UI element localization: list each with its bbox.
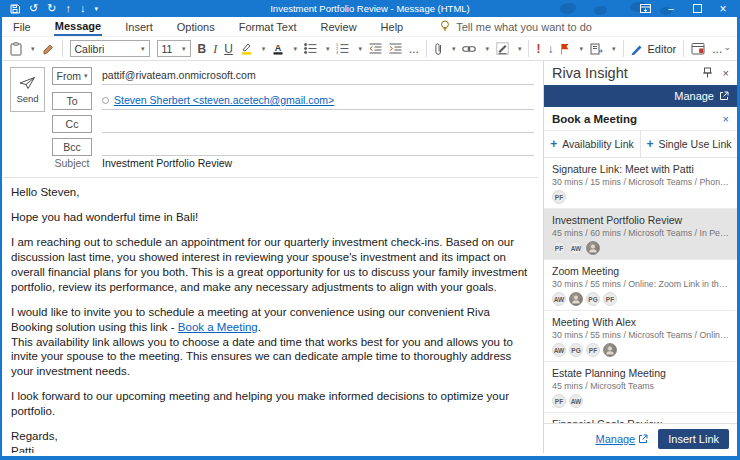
format-painter-icon[interactable] (42, 40, 55, 58)
undo-icon[interactable]: ↺ (29, 3, 38, 15)
panel-header: Riva Insight × (544, 61, 737, 85)
bcc-field[interactable] (102, 138, 534, 156)
font-color-button[interactable]: A (272, 40, 284, 58)
avatar-initials: AW (569, 241, 583, 255)
tab-file[interactable]: File (12, 18, 32, 35)
meeting-title: Estate Planning Meeting (552, 367, 729, 379)
presence-icon (102, 97, 109, 104)
paste-button[interactable] (10, 40, 22, 58)
italic-button[interactable]: I (213, 40, 217, 58)
from-field[interactable]: pattif@rivateam.onmicrosoft.com (102, 67, 534, 85)
meeting-list-item[interactable]: Investment Portfolio Review 45 mins / 60… (544, 209, 737, 260)
ribbon-more-icon[interactable]: ... (712, 40, 722, 58)
to-field[interactable]: Steven Sherbert <steven.acetech@gmail.co… (102, 92, 534, 110)
manage-top-link[interactable]: Manage (674, 90, 714, 102)
ribbon-display-options-icon[interactable] (632, 0, 658, 17)
collapse-ribbon-icon[interactable]: ⌄ (723, 42, 731, 52)
tell-me-box[interactable]: Tell me what you want to do (440, 20, 592, 34)
decrease-indent-icon[interactable] (369, 40, 382, 58)
follow-up-flag-icon[interactable] (560, 40, 570, 58)
single-use-link-button[interactable]: + Single Use Link (640, 131, 737, 157)
low-importance-icon[interactable]: ↓ (547, 40, 553, 58)
avatar-initials: PG (569, 343, 583, 357)
bullet-list-dropdown-icon[interactable]: ▾ (326, 45, 330, 53)
font-size-select[interactable]: 11▾ (157, 40, 191, 57)
body-greeting: Hello Steven, (11, 185, 529, 200)
meeting-list-item[interactable]: Signature Link: Meet with Patti 30 mins … (544, 158, 737, 209)
availability-link-button[interactable]: + Availability Link (544, 131, 640, 157)
cc-field[interactable] (102, 115, 534, 133)
bold-button[interactable]: B (198, 40, 207, 58)
plus-icon: + (550, 137, 557, 151)
highlight-dropdown-icon[interactable]: ▾ (262, 45, 266, 53)
link-icon[interactable] (462, 40, 476, 58)
avatar-initials: PF (603, 292, 617, 306)
tab-format-text[interactable]: Format Text (238, 18, 298, 35)
signature-dropdown-icon[interactable]: ▾ (518, 45, 522, 53)
recipient-chip[interactable]: Steven Sherbert <steven.acetech@gmail.co… (114, 94, 334, 106)
customize-qat-icon[interactable]: ▾ (94, 3, 98, 15)
close-section-icon[interactable]: × (723, 113, 729, 125)
previous-item-icon[interactable]: ↑ (65, 3, 71, 15)
to-button[interactable]: To (52, 92, 92, 110)
assign-policy-icon[interactable] (590, 40, 603, 58)
flag-dropdown-icon[interactable]: ▾ (579, 45, 583, 53)
save-icon[interactable] (10, 3, 20, 15)
maximize-button[interactable] (684, 0, 710, 17)
meeting-details: 30 mins / 55 mins / Online: Zoom Link in… (552, 279, 729, 289)
redo-icon[interactable]: ↻ (47, 3, 56, 15)
numbered-list-button[interactable]: 123 (336, 40, 349, 58)
editor-button[interactable]: Editor (631, 43, 677, 55)
send-button[interactable]: Send (10, 67, 45, 112)
cc-button[interactable]: Cc (52, 115, 92, 133)
manage-bottom-link[interactable]: Manage (595, 433, 648, 445)
link-dropdown-icon[interactable]: ▾ (485, 45, 489, 53)
riva-insight-panel: Riva Insight × Manage Book a Meeting × +… (543, 61, 737, 453)
from-button[interactable]: From▾ (52, 67, 92, 85)
riva-addin-icon[interactable] (691, 40, 705, 58)
link-buttons-row: + Availability Link + Single Use Link (544, 131, 737, 158)
policy-dropdown-icon[interactable]: ▾ (612, 45, 616, 53)
tab-review[interactable]: Review (320, 18, 358, 35)
body-p3-line2: This availability link allows you to cho… (11, 336, 513, 378)
avatar-initials: AW (552, 343, 566, 357)
attach-file-icon[interactable] (434, 40, 443, 58)
minimize-button[interactable]: – (658, 0, 684, 17)
meeting-details: 45 mins / 60 mins / Microsoft Teams / In… (552, 228, 729, 238)
increase-indent-icon[interactable] (389, 40, 402, 58)
font-name-select[interactable]: Calibri▾ (70, 40, 150, 57)
avatar-initials: PF (586, 343, 600, 357)
highlight-button[interactable] (240, 40, 253, 58)
tab-help[interactable]: Help (380, 18, 405, 35)
close-button[interactable]: × (710, 0, 736, 17)
tab-insert[interactable]: Insert (124, 18, 154, 35)
book-a-meeting-link[interactable]: Book a Meeting (178, 321, 258, 333)
paste-dropdown-icon[interactable]: ▾ (31, 45, 35, 53)
meeting-list-item[interactable]: Meeting With Alex 30 mins / 55 mins / Mi… (544, 311, 737, 362)
signature-icon[interactable] (496, 40, 509, 58)
font-color-dropdown-icon[interactable]: ▾ (293, 45, 297, 53)
underline-button[interactable]: U (224, 40, 233, 58)
meeting-details: 30 mins / 15 mins / Microsoft Teams / Ph… (552, 177, 729, 187)
body-regards: Regards, (11, 429, 529, 444)
numbered-list-dropdown-icon[interactable]: ▾ (358, 45, 362, 53)
high-importance-icon[interactable]: ! (536, 40, 540, 58)
tab-options[interactable]: Options (176, 18, 216, 35)
tab-message[interactable]: Message (54, 17, 102, 36)
message-body[interactable]: Hello Steven, Hope you had wonderful tim… (2, 179, 539, 453)
close-pane-icon[interactable]: × (723, 67, 729, 79)
insert-link-button[interactable]: Insert Link (658, 429, 729, 449)
plus-icon: + (647, 137, 654, 151)
bullet-list-button[interactable] (304, 40, 317, 58)
meeting-list-item[interactable]: Zoom Meeting 30 mins / 55 mins / Online:… (544, 260, 737, 311)
pin-pane-icon[interactable] (702, 67, 713, 80)
bcc-button[interactable]: Bcc (52, 138, 92, 156)
send-plane-icon (19, 76, 36, 90)
meeting-list-item[interactable]: Estate Planning Meeting 45 mins / Micros… (544, 362, 737, 413)
next-item-icon[interactable]: ↓ (80, 3, 86, 15)
subject-field[interactable]: Investment Portfolio Review (102, 157, 232, 169)
meeting-title: Zoom Meeting (552, 265, 729, 277)
window-controls: – × (632, 0, 736, 17)
attach-dropdown-icon[interactable]: ▾ (452, 45, 456, 53)
paragraph-more-icon[interactable]: ... (409, 40, 419, 58)
